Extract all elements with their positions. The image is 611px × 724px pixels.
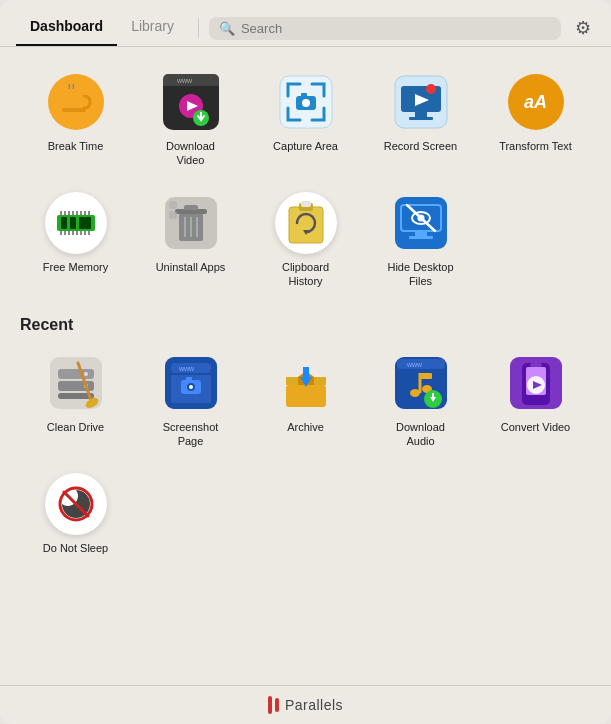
record-screen-icon bbox=[393, 74, 449, 130]
svg-rect-49 bbox=[169, 211, 177, 219]
svg-rect-44 bbox=[184, 205, 198, 210]
free-memory-icon-wrap bbox=[45, 192, 107, 254]
app-item-transform-text[interactable]: aA Transform Text bbox=[480, 63, 591, 176]
svg-rect-0 bbox=[64, 92, 84, 108]
tab-dashboard[interactable]: Dashboard bbox=[16, 10, 117, 46]
free-memory-icon bbox=[45, 192, 107, 254]
do-not-sleep-icon-wrap bbox=[45, 473, 107, 535]
svg-rect-31 bbox=[84, 231, 86, 235]
search-box[interactable]: 🔍 bbox=[209, 17, 561, 40]
svg-rect-33 bbox=[60, 211, 62, 215]
clipboard-history-icon-wrap bbox=[275, 192, 337, 254]
svg-rect-57 bbox=[409, 236, 433, 239]
record-screen-label: Record Screen bbox=[384, 139, 457, 153]
archive-icon-wrap bbox=[275, 352, 337, 414]
svg-rect-22 bbox=[70, 217, 76, 229]
app-window: Dashboard Library 🔍 ⚙ bbox=[0, 0, 611, 724]
free-memory-label: Free Memory bbox=[43, 260, 108, 274]
transform-text-icon-wrap: aA bbox=[505, 71, 567, 133]
clean-drive-icon-wrap bbox=[45, 352, 107, 414]
svg-rect-35 bbox=[68, 211, 70, 215]
app-item-download-video[interactable]: www DownloadVideo bbox=[135, 63, 246, 176]
svg-point-75 bbox=[189, 385, 193, 389]
footer: Parallels bbox=[0, 685, 611, 724]
archive-label: Archive bbox=[287, 420, 324, 434]
clipboard-history-label: ClipboardHistory bbox=[282, 260, 329, 289]
capture-area-icon-wrap bbox=[275, 71, 337, 133]
svg-text:www: www bbox=[178, 365, 195, 372]
app-item-break-time[interactable]: Break Time bbox=[20, 63, 131, 176]
main-content: Break Time www bbox=[0, 47, 611, 685]
svg-point-65 bbox=[84, 372, 88, 376]
convert-video-label: Convert Video bbox=[501, 420, 571, 434]
svg-rect-95 bbox=[530, 363, 542, 367]
svg-rect-34 bbox=[64, 211, 66, 215]
app-item-archive[interactable]: Archive bbox=[250, 344, 361, 457]
screenshot-page-icon: www bbox=[163, 355, 219, 411]
recent-section-title: Recent bbox=[20, 316, 591, 334]
download-video-icon-wrap: www bbox=[160, 71, 222, 133]
svg-rect-30 bbox=[80, 231, 82, 235]
app-item-hide-desktop-files[interactable]: Hide DesktopFiles bbox=[365, 184, 476, 297]
uninstall-apps-icon-wrap bbox=[160, 192, 222, 254]
convert-video-icon bbox=[508, 355, 564, 411]
app-item-download-audio[interactable]: www DownloadAudio bbox=[365, 344, 476, 457]
svg-rect-37 bbox=[76, 211, 78, 215]
parallels-text: Parallels bbox=[285, 697, 343, 713]
recent-section: Recent bbox=[20, 316, 591, 563]
app-item-convert-video[interactable]: Convert Video bbox=[480, 344, 591, 457]
download-audio-icon-wrap: www bbox=[390, 352, 452, 414]
svg-point-12 bbox=[302, 99, 310, 107]
download-video-icon: www bbox=[163, 74, 219, 130]
app-item-screenshot-page[interactable]: www ScreenshotPage bbox=[135, 344, 246, 457]
download-audio-label: DownloadAudio bbox=[396, 420, 445, 449]
svg-rect-17 bbox=[409, 117, 433, 120]
clipboard-history-icon bbox=[275, 192, 337, 254]
svg-rect-21 bbox=[61, 217, 67, 229]
transform-text-icon: aA bbox=[508, 74, 564, 130]
screenshot-page-icon-wrap: www bbox=[160, 352, 222, 414]
hide-desktop-icon bbox=[393, 195, 449, 251]
svg-rect-62 bbox=[58, 369, 94, 379]
search-icon: 🔍 bbox=[219, 21, 235, 36]
header: Dashboard Library 🔍 ⚙ bbox=[0, 0, 611, 46]
app-item-free-memory[interactable]: Free Memory bbox=[20, 184, 131, 297]
record-screen-icon-wrap bbox=[390, 71, 452, 133]
download-audio-icon: www bbox=[393, 355, 449, 411]
app-item-capture-area[interactable]: Capture Area bbox=[250, 63, 361, 176]
svg-rect-56 bbox=[415, 231, 427, 236]
break-time-label: Break Time bbox=[48, 139, 104, 153]
svg-rect-38 bbox=[80, 211, 82, 215]
app-item-do-not-sleep[interactable]: Do Not Sleep bbox=[20, 465, 131, 563]
capture-area-icon bbox=[278, 74, 334, 130]
svg-text:www: www bbox=[176, 77, 193, 84]
uninstall-apps-label: Uninstall Apps bbox=[156, 260, 226, 274]
tabs: Dashboard Library bbox=[16, 10, 188, 46]
do-not-sleep-icon bbox=[45, 473, 107, 535]
tab-library[interactable]: Library bbox=[117, 10, 188, 46]
download-video-label: DownloadVideo bbox=[166, 139, 215, 168]
search-input[interactable] bbox=[241, 21, 551, 36]
svg-rect-40 bbox=[88, 211, 90, 215]
settings-button[interactable]: ⚙ bbox=[571, 13, 595, 43]
svg-rect-32 bbox=[88, 231, 90, 235]
svg-rect-76 bbox=[186, 377, 192, 381]
clean-drive-label: Clean Drive bbox=[47, 420, 104, 434]
transform-text-label: Transform Text bbox=[499, 139, 572, 153]
archive-icon bbox=[278, 355, 334, 411]
break-time-icon bbox=[48, 74, 104, 130]
do-not-sleep-label: Do Not Sleep bbox=[43, 541, 108, 555]
app-item-uninstall-apps[interactable]: Uninstall Apps bbox=[135, 184, 246, 297]
svg-rect-50 bbox=[289, 207, 323, 243]
app-item-clipboard-history[interactable]: ClipboardHistory bbox=[250, 184, 361, 297]
svg-rect-39 bbox=[84, 211, 86, 215]
app-item-record-screen[interactable]: Record Screen bbox=[365, 63, 476, 176]
header-divider bbox=[198, 18, 199, 38]
svg-rect-79 bbox=[303, 367, 309, 379]
app-item-clean-drive[interactable]: Clean Drive bbox=[20, 344, 131, 457]
svg-rect-27 bbox=[68, 231, 70, 235]
hide-desktop-files-label: Hide DesktopFiles bbox=[387, 260, 453, 289]
parallels-bars-icon bbox=[268, 696, 279, 714]
svg-rect-23 bbox=[79, 217, 85, 229]
parallels-logo: Parallels bbox=[268, 696, 343, 714]
